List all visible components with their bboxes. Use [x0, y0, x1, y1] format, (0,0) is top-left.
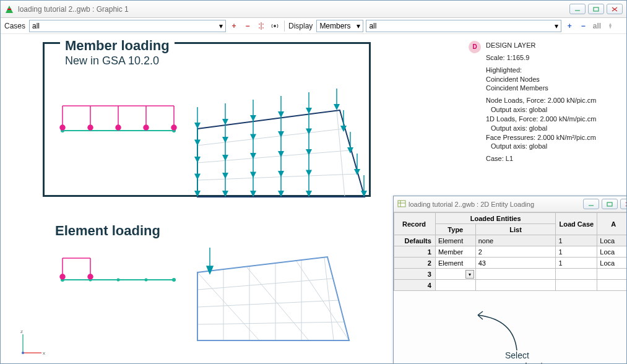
collapse-icon[interactable]	[256, 20, 267, 32]
type-dropdown-popup: Member Element	[435, 279, 473, 280]
display-label: Display	[288, 22, 313, 30]
1d-loads-text: 1D Loads, Force: 2.000 kN/m/pic.cm	[486, 115, 619, 124]
close-button[interactable]	[620, 199, 627, 209]
cell-list[interactable]	[475, 280, 556, 291]
table-row: 3 ▾ Member Element	[394, 269, 628, 280]
cell-type[interactable]: Member	[435, 246, 475, 258]
chevron-down-icon[interactable]: ▾	[465, 270, 474, 279]
highlighted-item: Coincident Members	[486, 84, 619, 93]
cell-list[interactable]: 43	[475, 258, 556, 269]
filter-dropdown[interactable]: all ▾	[366, 20, 561, 32]
cases-value: all	[32, 22, 40, 30]
table-row: 4	[394, 280, 628, 291]
design-badge: D	[469, 41, 481, 53]
cell-case[interactable]: 1	[556, 258, 597, 269]
member-beam-diagram	[56, 93, 180, 143]
svg-line-75	[197, 322, 345, 324]
col-list: List	[475, 224, 556, 235]
maximize-button[interactable]	[602, 199, 618, 209]
col-type: Type	[435, 224, 475, 235]
cell-case[interactable]: 1	[556, 235, 597, 246]
cases-dropdown[interactable]: all ▾	[29, 20, 226, 32]
cell-a[interactable]: Loca	[597, 246, 627, 258]
element-loading-title: Element loading	[55, 223, 160, 239]
cell-type[interactable]: Element	[435, 235, 475, 246]
main-titlebar: loading tutorial 2..gwb : Graphic 1	[1, 1, 626, 18]
minus-icon[interactable]: −	[242, 20, 253, 32]
svg-line-26	[197, 174, 357, 180]
cell-a[interactable]	[597, 269, 627, 280]
cell-case[interactable]: 1	[556, 246, 597, 258]
svg-text:z: z	[20, 329, 23, 334]
cell-type[interactable]: Element	[435, 258, 475, 269]
chevron-down-icon: ▾	[353, 22, 360, 30]
maximize-button[interactable]	[588, 4, 604, 14]
cell-case[interactable]	[556, 269, 597, 280]
svg-point-67	[172, 278, 176, 282]
svg-point-70	[60, 274, 65, 279]
svg-rect-94	[607, 202, 612, 206]
svg-point-65	[117, 279, 120, 282]
table-row: 1 Member 2 1 Loca	[394, 246, 628, 258]
row-id: Defaults	[394, 235, 436, 246]
display-dropdown[interactable]: Members ▾	[316, 20, 363, 32]
svg-line-25	[197, 150, 349, 163]
member-slab-diagram	[185, 73, 371, 203]
plus-icon[interactable]: +	[564, 20, 575, 32]
svg-line-73	[197, 279, 332, 290]
sub-window-body: Record Loaded Entities Load Case A Type …	[394, 212, 627, 364]
window-title: loading tutorial 2..gwb : Graphic 1	[18, 5, 569, 14]
cell-type-dropdown[interactable]: ▾ Member Element	[435, 269, 475, 280]
element-beam-diagram	[56, 249, 180, 292]
output-axis-text: Output axis: global	[486, 124, 619, 133]
cell-list[interactable]	[475, 269, 556, 280]
svg-rect-1	[594, 7, 599, 11]
svg-point-66	[145, 279, 148, 282]
filter-value: all	[369, 22, 376, 30]
chevron-down-icon: ▾	[215, 22, 223, 30]
output-axis-text: Output axis: global	[486, 142, 619, 151]
svg-line-80	[324, 258, 334, 340]
cell-list[interactable]: 2	[475, 246, 556, 258]
svg-rect-90	[398, 201, 405, 207]
sub-window-title: loading tutorial 2..gwb : 2D Entity Load…	[409, 201, 534, 208]
minimize-button[interactable]	[583, 199, 599, 209]
layer-title: DESIGN LAYER	[486, 41, 619, 50]
svg-line-74	[197, 300, 339, 307]
highlighted-item: Coincident Nodes	[486, 75, 619, 84]
chevron-down-icon: ▾	[551, 22, 558, 30]
plus-icon[interactable]: +	[228, 20, 240, 32]
output-axis-text: Output axis: global	[486, 105, 619, 115]
svg-point-17	[88, 125, 93, 130]
all-button[interactable]: all	[591, 20, 602, 32]
table-icon	[397, 199, 406, 209]
cell-a[interactable]: Loca	[597, 258, 627, 269]
signal-icon[interactable]	[269, 20, 280, 32]
svg-point-9	[274, 25, 276, 27]
case-text: Case: L1	[486, 154, 619, 163]
svg-line-83	[296, 261, 349, 340]
svg-point-23	[171, 125, 176, 130]
col-loaded: Loaded Entities	[435, 213, 556, 224]
col-loadcase: Load Case	[556, 213, 597, 235]
member-loading-title: Member loading	[60, 38, 175, 54]
drawing-area: Member loading New in GSA 10.2.0 Element…	[13, 35, 391, 363]
cell-case[interactable]	[556, 280, 597, 291]
svg-point-19	[116, 125, 121, 130]
cell-list[interactable]: none	[475, 235, 556, 246]
close-button[interactable]	[607, 4, 623, 14]
row-id: 4	[394, 280, 436, 291]
minimize-button[interactable]	[569, 4, 586, 14]
cell-a[interactable]	[597, 280, 627, 291]
graphics-viewport[interactable]: D DESIGN LAYER Scale: 1:165.9 Highlighte…	[1, 35, 626, 363]
pin-icon[interactable]	[605, 20, 616, 32]
cell-a[interactable]: Loca	[597, 235, 627, 246]
highlighted-label: Highlighted:	[486, 66, 619, 75]
row-id: 3	[394, 269, 436, 280]
table-row: Defaults Element none 1 Loca	[394, 235, 628, 246]
cell-type[interactable]	[435, 280, 475, 291]
loading-table[interactable]: Record Loaded Entities Load Case A Type …	[394, 212, 627, 291]
minus-icon[interactable]: −	[577, 20, 589, 32]
svg-point-21	[144, 125, 149, 130]
col-a: A	[597, 213, 627, 235]
